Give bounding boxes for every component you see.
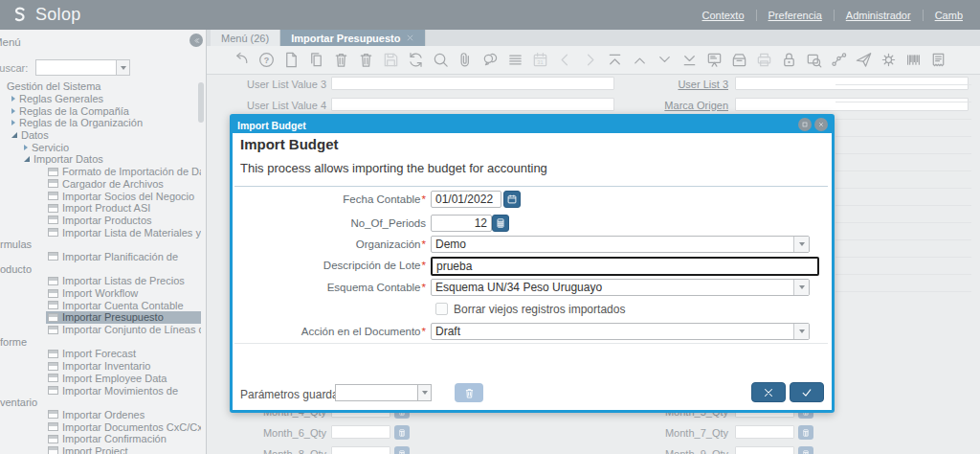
collapse-arrow-icon[interactable] <box>24 156 30 162</box>
tree-item-gesti-n-del-sistema[interactable]: Gestión del Sistema <box>0 80 201 93</box>
tree-scrollbar-thumb[interactable] <box>198 82 204 123</box>
fecha-contable-input[interactable] <box>431 191 501 208</box>
tree-scrollbar[interactable] <box>198 82 204 451</box>
accion-dropdown-button[interactable] <box>793 324 809 339</box>
tree-item-importar-conjunto-de-l-neas-de[interactable]: Importar Conjunto de Líneas de <box>0 324 201 336</box>
tree-item-formato-de-importaci-n-de-datos[interactable]: Formato de Importación de Datos <box>0 166 201 178</box>
calendar-picker-button[interactable] <box>503 191 521 208</box>
bg-input-user-list-value-3[interactable] <box>331 77 614 90</box>
borrar-registros-checkbox[interactable] <box>435 303 448 315</box>
bg-input-month-8-qty[interactable] <box>331 446 390 454</box>
organizacion-dropdown-button[interactable] <box>793 237 809 252</box>
calculator-button[interactable] <box>492 215 509 232</box>
bg-input-month-7-qty[interactable] <box>735 425 794 439</box>
attachment-icon[interactable] <box>456 51 475 70</box>
organizacion-select[interactable]: Demo <box>431 236 810 253</box>
undo-icon[interactable] <box>232 51 251 70</box>
bg-label-marca-origen[interactable]: Marca Origen <box>609 100 728 111</box>
tree-item-importar-datos[interactable]: Importar Datos <box>0 153 201 166</box>
saved-params-dropdown-button[interactable] <box>417 384 432 401</box>
expand-arrow-icon[interactable] <box>24 145 28 150</box>
tree-item-import-product-asi[interactable]: Import Product ASI <box>0 202 201 215</box>
barcode-icon[interactable] <box>903 51 923 70</box>
copy-record-icon[interactable] <box>306 51 325 70</box>
tree-item-import-project[interactable]: Import Project <box>0 445 201 454</box>
help-icon[interactable]: ? <box>256 51 276 70</box>
settings-gear-icon[interactable] <box>879 51 898 70</box>
zoom-across-icon[interactable] <box>804 51 823 70</box>
esquema-contable-select[interactable]: Esquema UN/34 Peso Uruguayo <box>431 279 810 296</box>
window-icon <box>48 168 58 176</box>
header-link-preferencia[interactable]: Preferencia <box>756 10 834 21</box>
dialog-title-bar[interactable]: Import Budget <box>233 117 832 133</box>
delete-record-icon[interactable] <box>331 51 350 70</box>
tree-item-reglas-generales[interactable]: Reglas Generales <box>0 93 201 105</box>
tree-item-import-forecast[interactable]: Import Forecast <box>0 348 201 360</box>
first-record-icon[interactable] <box>605 51 624 70</box>
tree-item-importar-presupuesto[interactable]: Importar Presupuesto <box>0 311 201 324</box>
tree-item-importar-confirmaci-n[interactable]: Importar Confirmación <box>0 433 201 445</box>
search-input[interactable] <box>35 59 116 76</box>
cancel-button[interactable] <box>751 382 786 402</box>
tree-item-label: Import Product ASI <box>62 202 150 214</box>
bg-input-month-6-qty[interactable] <box>331 425 390 439</box>
close-button[interactable] <box>814 118 828 131</box>
tree-item-importar-movimientos-de[interactable]: Importar Movimientos de <box>0 384 201 397</box>
previous-record-icon[interactable] <box>630 51 649 70</box>
header-link-administrador[interactable]: Administrador <box>834 10 923 21</box>
tree-item-cargador-de-archivos[interactable]: Cargador de Archivos <box>0 178 201 191</box>
delete-saved-params-button[interactable] <box>455 383 483 402</box>
report-icon[interactable] <box>928 51 947 70</box>
tab-close-button[interactable] <box>406 33 414 44</box>
expand-arrow-icon[interactable] <box>11 120 15 125</box>
bg-label-user-list-3[interactable]: User List 3 <box>609 79 728 90</box>
sidebar-collapse-button[interactable] <box>189 34 203 47</box>
refresh-icon[interactable] <box>406 51 425 70</box>
accion-documento-select[interactable]: Draft <box>431 323 810 340</box>
saved-params-input[interactable] <box>335 384 417 401</box>
tree-item-reglas-de-la-organizaci-n[interactable]: Reglas de la Organización <box>0 117 201 129</box>
bg-input-month-9-qty[interactable] <box>735 446 794 454</box>
tree-item-importar-productos[interactable]: Importar Productos <box>0 215 201 227</box>
find-icon[interactable] <box>431 51 450 70</box>
header-link-camb[interactable]: Camb <box>923 10 974 21</box>
search-dropdown-button[interactable] <box>116 59 130 76</box>
tree-item-importar-cuenta-contable[interactable]: Importar Cuenta Contable <box>0 299 201 311</box>
no-of-periods-input[interactable] <box>431 215 492 232</box>
lock-icon[interactable] <box>779 51 798 70</box>
tree-item-importar-inventario[interactable]: Importar Inventario <box>0 360 201 373</box>
bg-input-user-list-value-4[interactable] <box>331 98 614 111</box>
last-record-icon[interactable] <box>679 51 699 70</box>
tree-item-importar-ordenes[interactable]: Importar Ordenes <box>0 409 201 421</box>
tree-item-servicio[interactable]: Servicio <box>0 141 201 153</box>
tree-item-importar-socios-del-negocio[interactable]: Importar Socios del Negocio <box>0 190 201 202</box>
chat-icon[interactable] <box>480 51 500 70</box>
tree-item-importar-lista-de-materiales-y[interactable]: Importar Lista de Materiales y <box>0 226 201 238</box>
confirm-button[interactable] <box>790 382 824 402</box>
maximize-button[interactable] <box>798 118 812 131</box>
grid-toggle-icon[interactable] <box>704 51 724 70</box>
search-combo <box>35 59 130 76</box>
expand-arrow-icon[interactable] <box>11 108 15 114</box>
archive-icon[interactable] <box>729 51 748 70</box>
tab-importar-presupuesto[interactable]: Importar Presupuesto <box>280 30 426 46</box>
tree-item-reglas-de-la-compa-a[interactable]: Reglas de la Compañía <box>0 104 201 117</box>
expand-arrow-icon[interactable] <box>11 96 15 102</box>
esquema-dropdown-button[interactable] <box>793 280 809 295</box>
new-record-icon[interactable] <box>281 51 301 70</box>
descripcion-lote-input[interactable] <box>431 257 819 276</box>
tree-item-import-employee-data[interactable]: Import Employee Data <box>0 373 201 385</box>
workflow-icon[interactable] <box>829 51 848 70</box>
next-record-icon[interactable] <box>655 51 674 70</box>
tree-item-datos[interactable]: Datos <box>0 129 201 142</box>
tree-item-importar-documentos-cxc-cxp[interactable]: Importar Documentos CxC/CxP <box>0 420 201 433</box>
tree-item-importar-planificaci-n-de[interactable]: Importar Planificación de <box>0 251 201 263</box>
tree-item-import-workflow[interactable]: Import Workflow <box>0 287 201 300</box>
send-icon[interactable] <box>854 51 873 70</box>
tab-men-26[interactable]: Menú (26) <box>211 30 280 46</box>
collapse-arrow-icon[interactable] <box>11 132 17 138</box>
delete-selection-icon[interactable] <box>356 51 375 70</box>
change-log-icon[interactable] <box>505 51 524 70</box>
tree-item-importar-listas-de-precios[interactable]: Importar Listas de Precios <box>0 275 201 287</box>
header-link-contexto[interactable]: Contexto <box>691 10 756 21</box>
